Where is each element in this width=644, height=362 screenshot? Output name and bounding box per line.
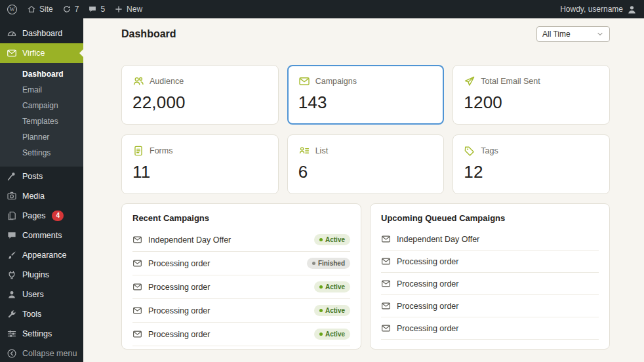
submenu-item-campaign[interactable]: Campaign [0,98,83,113]
avatar-icon [626,4,637,15]
stat-card-total-email-sent[interactable]: Total Email Sent 1200 [453,65,610,125]
stats-grid: Audience 22,000 Campaigns 143 Total Emai… [121,65,610,194]
updates-count: 7 [75,5,79,14]
collapse-menu-button[interactable]: Collapse menu [0,344,83,362]
admin-bar: Site 7 5 New Howdy, username [0,0,644,18]
pages-icon [7,211,17,221]
plus-icon [114,5,123,14]
panel-title: Recent Campaigns [132,213,350,228]
sidebar-item-label: Pages [22,211,45,220]
campaign-row[interactable]: Processing order [381,251,599,273]
chevron-down-icon [596,30,604,38]
upcoming-campaigns-panel: Upcoming Queued Campaigns Independent Da… [370,203,610,350]
campaign-name: Processing order [397,279,459,289]
pages-count-badge: 4 [52,211,64,221]
home-icon [27,5,36,14]
sidebar-item-dashboard[interactable]: Dashboard [0,24,83,43]
campaign-row[interactable]: Processing order Active [132,299,350,323]
submenu-item-templates[interactable]: Templates [0,113,83,129]
stat-value: 12 [464,162,599,182]
envelope-icon [381,256,391,266]
new-label: New [127,5,142,14]
sidebar-item-virfice[interactable]: Virfice [0,43,83,63]
stat-card-tags[interactable]: Tags 12 [453,134,610,194]
time-filter-select[interactable]: All Time [536,26,610,42]
campaign-row[interactable]: Processing order [381,295,599,317]
stat-label: Campaigns [315,77,357,86]
comments-link[interactable]: 5 [88,5,105,14]
sidebar-item-pages[interactable]: Pages 4 [0,206,83,226]
stat-card-forms[interactable]: Forms 11 [121,134,279,194]
sidebar-item-label: Posts [22,172,43,181]
page-title: Dashboard [121,28,176,40]
site-link[interactable]: Site [27,5,53,14]
envelope-icon [298,75,310,87]
sidebar-item-media[interactable]: Media [0,186,83,206]
stat-card-audience[interactable]: Audience 22,000 [121,65,279,125]
admin-sidebar: Dashboard Virfice Dashboard Email Campai… [0,18,83,362]
sidebar-item-label: Plugins [22,270,49,279]
campaign-row[interactable]: Independent Day Offer Active [132,228,350,252]
updates-link[interactable]: 7 [62,5,79,14]
campaign-name: Processing order [397,324,459,333]
stat-value: 11 [132,162,268,182]
person-list-icon [298,145,310,157]
sidebar-item-label: Comments [22,231,62,240]
sidebar-item-appearance[interactable]: Appearance [0,245,83,265]
campaign-row[interactable]: Processing order [381,273,599,295]
sidebar-item-posts[interactable]: Posts [0,167,83,186]
sidebar-item-users[interactable]: Users [0,285,83,304]
envelope-icon [381,301,391,311]
stat-value: 143 [298,92,433,113]
new-content-link[interactable]: New [114,5,142,14]
status-dot [319,309,323,312]
wordpress-menu[interactable] [7,4,18,15]
status-text: Finished [318,260,345,267]
comment-icon [88,5,97,14]
status-badge: Active [314,234,350,245]
page-header: Dashboard All Time [121,18,610,49]
sidebar-item-plugins[interactable]: Plugins [0,265,83,285]
submenu-item-planner[interactable]: Planner [0,129,83,145]
campaign-row[interactable]: Processing order Finished [132,252,350,275]
stat-value: 1200 [464,92,599,113]
sidebar-item-comments[interactable]: Comments [0,226,83,245]
stat-card-campaigns[interactable]: Campaigns 143 [287,65,445,125]
sidebar-item-settings[interactable]: Settings [0,324,83,344]
account-menu[interactable]: Howdy, username [560,4,637,15]
campaign-row[interactable]: Independent Day Offer [381,228,599,251]
panel-title: Upcoming Queued Campaigns [381,213,599,228]
campaign-row[interactable]: Processing order Active [132,275,350,299]
status-dot [312,262,315,265]
stat-value: 22,000 [132,92,268,113]
campaign-name: Independent Day Offer [148,235,231,245]
collapse-arrow-icon [7,348,17,359]
submenu-item-email[interactable]: Email [0,82,83,98]
stat-card-list[interactable]: List 6 [287,134,445,194]
sidebar-item-label: Virfice [22,49,45,58]
time-filter-value: All Time [542,30,571,39]
sidebar-item-tools[interactable]: Tools [0,304,83,324]
tag-icon [464,145,475,157]
person-icon [7,289,17,300]
envelope-icon [7,48,17,58]
sidebar-item-label: Dashboard [22,29,62,38]
virfice-submenu: Dashboard Email Campaign Templates Plann… [0,63,83,167]
sidebar-item-label: Media [22,191,45,201]
submenu-item-settings[interactable]: Settings [0,145,83,161]
document-lines-icon [132,145,144,157]
stat-label: Tags [481,146,498,155]
campaign-row[interactable]: Processing order [381,317,599,340]
wrench-icon [7,309,17,319]
envelope-icon [132,329,142,339]
envelope-icon [132,258,142,268]
pushpin-icon [7,171,17,182]
camera-icon [7,191,17,201]
campaign-row[interactable]: Processing order Active [132,323,350,346]
status-text: Active [325,307,345,314]
campaign-name: Processing order [148,283,211,292]
status-text: Active [325,236,345,243]
submenu-item-dashboard[interactable]: Dashboard [0,66,83,82]
status-dot [319,238,323,241]
campaign-name: Processing order [148,259,211,268]
